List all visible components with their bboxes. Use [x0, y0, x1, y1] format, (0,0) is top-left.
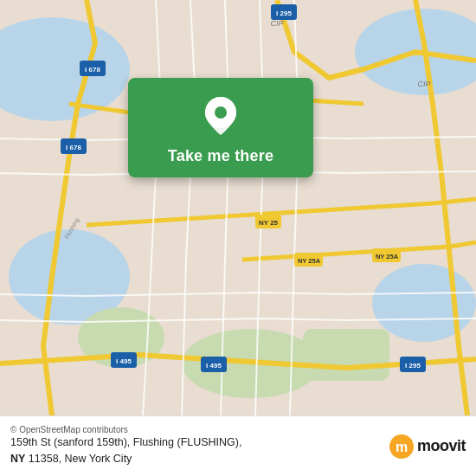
address-line1: 159th St (sanford 159th), Flushing (FLUS…	[10, 436, 241, 448]
svg-text:I 678: I 678	[85, 66, 100, 74]
address-line2: NY 11358, New York City	[10, 453, 132, 465]
pin-icon-container	[198, 93, 243, 138]
svg-text:I 495: I 495	[206, 362, 222, 370]
location-pin-icon	[200, 93, 241, 138]
map-container: I 295 I 678 I 678 NY 25 NY 25A NY 25A I …	[0, 0, 476, 415]
svg-text:NY 25A: NY 25A	[298, 257, 321, 265]
svg-text:CIP: CIP	[417, 80, 430, 88]
svg-rect-7	[303, 329, 389, 381]
svg-text:I 295: I 295	[405, 362, 421, 370]
svg-point-4	[372, 264, 476, 342]
svg-text:m: m	[396, 440, 408, 454]
svg-point-30	[215, 106, 227, 119]
svg-text:NY 25: NY 25	[259, 219, 279, 227]
svg-text:I 678: I 678	[66, 144, 81, 151]
svg-text:I 495: I 495	[116, 357, 132, 365]
svg-text:NY 25A: NY 25A	[376, 253, 399, 261]
bottom-bar: © OpenStreetMap contributors 159th St (s…	[0, 415, 476, 476]
location-card: Take me there	[128, 78, 313, 177]
svg-text:I 295: I 295	[276, 10, 292, 17]
moovit-brand-text: moovit	[417, 437, 466, 455]
map-background: I 295 I 678 I 678 NY 25 NY 25A NY 25A I …	[0, 0, 476, 415]
moovit-logo: m moovit	[389, 434, 466, 459]
moovit-logo-svg: m	[389, 434, 414, 459]
address-text: 159th St (sanford 159th), Flushing (FLUS…	[10, 434, 389, 467]
svg-text:CIP: CIP	[270, 19, 283, 28]
take-me-there-button[interactable]: Take me there	[168, 147, 273, 165]
copyright-text: © OpenStreetMap contributors	[10, 425, 389, 434]
